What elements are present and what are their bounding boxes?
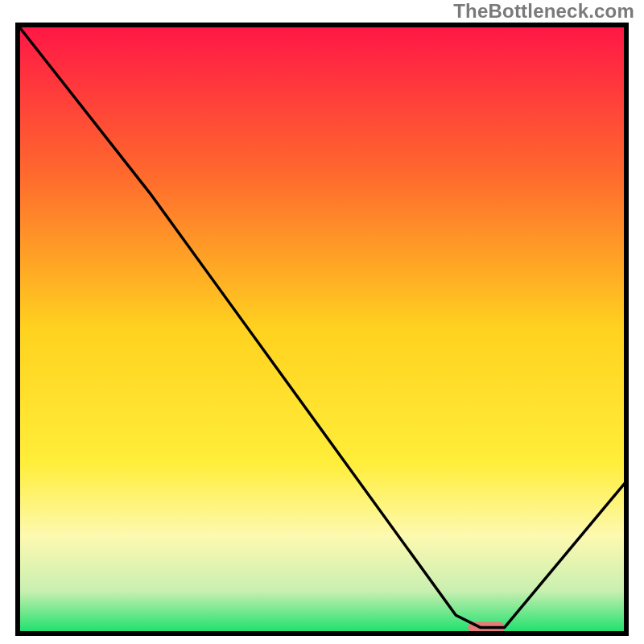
- chart-container: TheBottleneck.com: [0, 0, 644, 644]
- gradient-background: [18, 25, 626, 634]
- bottleneck-chart: [15, 23, 629, 636]
- chart-svg: [15, 23, 629, 636]
- watermark-text: TheBottleneck.com: [453, 0, 634, 23]
